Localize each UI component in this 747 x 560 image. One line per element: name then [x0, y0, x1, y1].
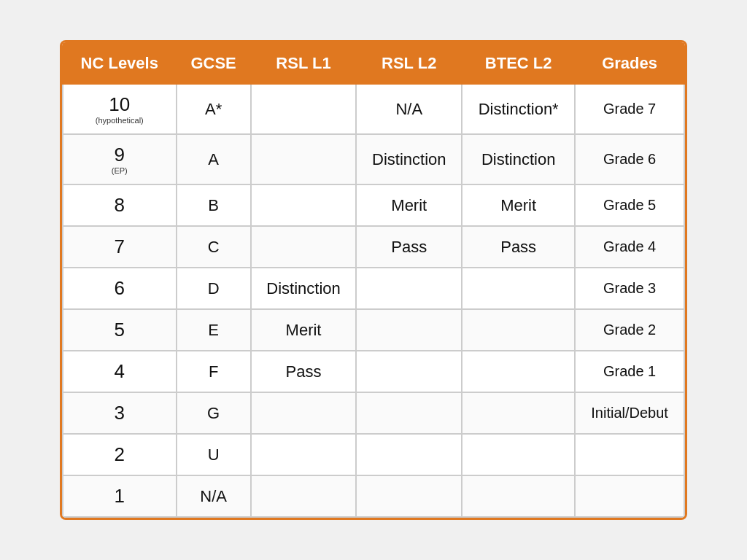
grades-cell	[575, 434, 684, 475]
btec-l2-cell	[462, 475, 575, 517]
gcse-cell: G	[177, 392, 251, 434]
gcse-cell: U	[177, 434, 251, 475]
rsl-l1-cell: Pass	[251, 351, 357, 392]
nc-level-cell: 1	[63, 475, 177, 517]
rsl-l2-cell: Distinction	[356, 134, 462, 184]
rsl-l2-cell: N/A	[356, 84, 462, 134]
rsl-l1-cell	[251, 226, 357, 268]
gcse-cell: B	[177, 184, 251, 226]
grades-cell: Grade 7	[575, 84, 684, 134]
header-grades: Grades	[575, 43, 684, 84]
grades-cell: Grade 4	[575, 226, 684, 268]
grades-cell: Grade 2	[575, 309, 684, 351]
table-row: 7CPassPassGrade 4	[63, 226, 684, 268]
gcse-cell: C	[177, 226, 251, 268]
nc-level-cell: 7	[63, 226, 177, 268]
rsl-l1-cell	[251, 84, 357, 134]
table-row: 2U	[63, 434, 684, 475]
grades-cell: Initial/Debut	[575, 392, 684, 434]
rsl-l1-cell	[251, 134, 357, 184]
header-gcse: GCSE	[177, 43, 251, 84]
grades-cell: Grade 1	[575, 351, 684, 392]
rsl-l1-cell	[251, 392, 357, 434]
header-rsl-l2: RSL L2	[356, 43, 462, 84]
btec-l2-cell	[462, 309, 575, 351]
table-row: 8BMeritMeritGrade 5	[63, 184, 684, 226]
rsl-l1-cell: Distinction	[251, 268, 357, 309]
btec-l2-cell: Distinction	[462, 134, 575, 184]
btec-l2-cell: Distinction*	[462, 84, 575, 134]
header-btec-l2: BTEC L2	[462, 43, 575, 84]
table-row: 4FPassGrade 1	[63, 351, 684, 392]
grades-cell	[575, 475, 684, 517]
gcse-cell: A*	[177, 84, 251, 134]
rsl-l1-cell	[251, 475, 357, 517]
nc-level-cell: 9(EP)	[63, 134, 177, 184]
rsl-l2-cell	[356, 309, 462, 351]
rsl-l1-cell	[251, 434, 357, 475]
rsl-l2-cell	[356, 351, 462, 392]
grade-comparison-table: NC Levels GCSE RSL L1 RSL L2 BTEC L2 Gra…	[60, 40, 687, 520]
table-row: 5EMeritGrade 2	[63, 309, 684, 351]
rsl-l2-cell	[356, 475, 462, 517]
grades-cell: Grade 6	[575, 134, 684, 184]
nc-level-cell: 4	[63, 351, 177, 392]
nc-level-cell: 5	[63, 309, 177, 351]
gcse-cell: E	[177, 309, 251, 351]
grades-cell: Grade 3	[575, 268, 684, 309]
grades-cell: Grade 5	[575, 184, 684, 226]
header-rsl-l1: RSL L1	[251, 43, 357, 84]
table-row: 10(hypothetical)A*N/ADistinction*Grade 7	[63, 84, 684, 134]
rsl-l1-cell	[251, 184, 357, 226]
nc-level-cell: 2	[63, 434, 177, 475]
table-row: 1N/A	[63, 475, 684, 517]
table-row: 9(EP)ADistinctionDistinctionGrade 6	[63, 134, 684, 184]
header-row: NC Levels GCSE RSL L1 RSL L2 BTEC L2 Gra…	[63, 43, 684, 84]
rsl-l2-cell	[356, 268, 462, 309]
gcse-cell: D	[177, 268, 251, 309]
nc-level-cell: 10(hypothetical)	[63, 84, 177, 134]
rsl-l2-cell	[356, 392, 462, 434]
rsl-l2-cell	[356, 434, 462, 475]
table-row: 6DDistinctionGrade 3	[63, 268, 684, 309]
nc-level-cell: 8	[63, 184, 177, 226]
rsl-l1-cell: Merit	[251, 309, 357, 351]
btec-l2-cell: Pass	[462, 226, 575, 268]
btec-l2-cell	[462, 392, 575, 434]
rsl-l2-cell: Pass	[356, 226, 462, 268]
nc-level-cell: 3	[63, 392, 177, 434]
gcse-cell: N/A	[177, 475, 251, 517]
gcse-cell: F	[177, 351, 251, 392]
rsl-l2-cell: Merit	[356, 184, 462, 226]
btec-l2-cell	[462, 351, 575, 392]
btec-l2-cell	[462, 434, 575, 475]
table-row: 3GInitial/Debut	[63, 392, 684, 434]
header-nc-levels: NC Levels	[63, 43, 177, 84]
gcse-cell: A	[177, 134, 251, 184]
nc-level-cell: 6	[63, 268, 177, 309]
btec-l2-cell	[462, 268, 575, 309]
btec-l2-cell: Merit	[462, 184, 575, 226]
